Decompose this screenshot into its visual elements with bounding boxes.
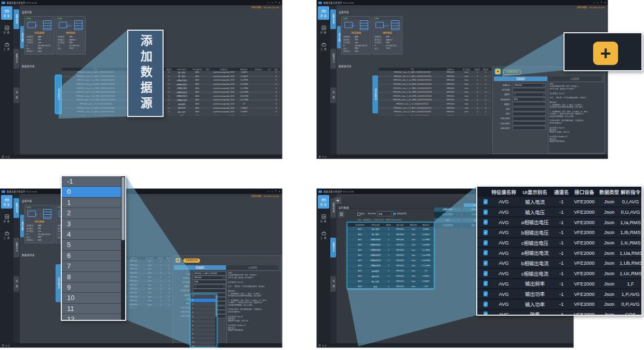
table-row[interactable]: ✓ AVG 输入电流 -1 VFE2000 Json 0,I,AVG [477,197,641,208]
column-header[interactable]: 设备Key [124,257,143,260]
column-header[interactable]: 通道名 [165,68,173,71]
sidebar-item-tools[interactable]: 工 具 [1,40,12,53]
dropdown-item[interactable]: 7 [191,328,217,332]
table-fit-checkbox[interactable] [394,213,396,215]
column-header[interactable]: 协议类型 [143,257,156,260]
sidebar-item-tools[interactable]: 工 具 [318,40,329,53]
add-source-tab[interactable]: 添加数据源 [372,75,378,113]
table-row[interactable]: VFE2000_Json_1_P_AVG_20240312092246 VFE2… [62,106,280,110]
column-header[interactable]: 数据类型 [599,188,620,196]
sidebar-item-analyze[interactable]: 分 析 [318,23,329,36]
column-header[interactable]: 协议类型 [460,68,473,71]
row-checkbox[interactable]: ✓ [484,271,487,276]
quick-add-channel-button[interactable]: 快速通道添加 [183,258,200,263]
delete-row-action[interactable]: X [273,111,280,113]
table-row[interactable]: ✓ AVG b相输出电压 -1 VFE2000 Json 1,Ib,RMS [477,228,641,238]
add-device-tab[interactable]: 添加设备 [337,26,341,48]
dropdown-item[interactable]: 6 [191,324,217,328]
field-input[interactable] [513,102,546,106]
column-header[interactable]: 接口设备 [570,188,599,196]
table-row[interactable]: VFE2000_Json_1_Ua_RMS_20240312091636 VFE… [379,90,491,95]
table-row[interactable]: VFE2000_Json_1_Ub_RMS_20240312091643 VFE… [379,95,491,99]
field-input[interactable] [193,289,226,293]
plus-button-zoom[interactable]: + [593,42,618,65]
field-input[interactable] [513,88,546,92]
scrollbar-thumb[interactable] [122,177,125,240]
field-input[interactable] [513,121,546,125]
field-input[interactable]: VFE2000▾ [513,83,546,87]
vtab-data-display[interactable]: 数据显示 [14,49,19,69]
window-control-button[interactable]: ? [275,190,277,193]
row-checkbox[interactable]: ✓ [484,250,487,255]
table-row[interactable]: ✓ AVG 输入功率 -1 VFE2000 Json 0,P,AVG [477,300,641,310]
row-checkbox[interactable]: ✓ [484,291,487,296]
tab-formula-help[interactable]: 公式说明 [226,265,278,270]
column-header[interactable]: Key [384,68,441,70]
field-input[interactable]: WP5000_-1_AVG_2024043 [193,271,226,276]
field-input[interactable] [513,116,546,121]
dropdown-item[interactable]: 1 [191,303,217,307]
table-row[interactable]: VFE2000_Json_1_P_AVG_20240312092246 VFE2… [379,106,491,110]
table-row[interactable]: AVG 输入电流 -1 VFE2000 Json 0,I,AVG [347,227,434,232]
log-label[interactable]: 日 志 [5,155,10,158]
table-row[interactable]: AVG 输出功率 -1 VFE2000 Json 1,P,AVG [347,274,434,279]
column-header[interactable]: 单位 [204,68,211,71]
dropdown-item[interactable]: 5 [62,240,125,250]
table-row[interactable]: VFE2000_Json_0_I_AVG_20240312091457 VFE2… [62,71,280,75]
delete-row-action[interactable]: X [273,95,280,97]
column-header[interactable]: UI显示别名 [517,188,553,196]
device-card-vfe2000[interactable]: 已启用× UDP VFE2000 连接类型：通用通讯接口：Udp协议类型：Jso… [24,16,55,55]
close-icon[interactable]: × [52,206,53,208]
vtab-settings[interactable]: 设 置 [14,276,19,292]
field-input[interactable]: AVG▾ [513,97,546,101]
table-row[interactable]: AVG 效率 -1 VFE2000 Json COS [347,284,434,289]
log-label[interactable]: 日 志 [5,344,10,347]
table-row[interactable]: VFE2000_Json_0_I_AVG_20240312091457 VFE2… [379,71,491,75]
window-control-button[interactable]: ? [275,2,277,4]
tab-general-properties[interactable]: 常规属性 [494,76,547,81]
dropdown-item[interactable]: 12 [62,314,125,321]
dropdown-item[interactable]: 3 [62,219,125,229]
display-style-select[interactable]: 表格▾ [377,211,394,216]
table-row[interactable]: VFE2000_Json_1_Ic_RMS_20240312091629 VFE… [379,86,491,90]
sidebar-item-analyze[interactable]: 分 析 [1,212,12,225]
column-header[interactable]: 操作 [273,68,280,71]
delete-row-action[interactable]: X [273,103,280,105]
dropdown-item[interactable]: 11 [191,345,217,347]
add-channel-button[interactable]: + [176,258,180,263]
table-row[interactable]: VFE2000_Json_0_U_AVG_20240312091526 VFE2… [379,75,491,79]
dropdown-item[interactable]: 7 [62,261,125,271]
row-checkbox[interactable]: ✓ [484,281,487,286]
vtab-settings[interactable]: 设 置 [330,276,336,292]
field-input[interactable] [513,107,546,111]
column-header[interactable]: UI显示别名 [490,68,491,71]
field-input[interactable] [513,112,546,116]
column-header[interactable]: 通道名 [165,257,171,260]
column-header[interactable]: 解析指令 [620,188,641,196]
dropdown-item[interactable]: 2 [62,208,125,218]
dropdown-item[interactable]: 0 [191,299,217,303]
delete-row-action[interactable]: X [273,71,280,73]
table-row[interactable]: ✓ AVG 输出功率 -1 VFE2000 Json 1,P,AVG [477,289,641,300]
delete-row-action[interactable]: X [273,75,280,77]
column-header[interactable]: Key [67,68,124,70]
table-row[interactable]: AVG 输入功率 -1 VFE2000 Json 0,P,AVG [347,279,434,284]
delete-row-action[interactable]: X [273,99,280,101]
close-icon[interactable]: × [83,17,84,19]
device-card-vfe2000[interactable]: 已启用× UDP VFE2000 连接类型：通用通讯接口：Udp协议类型：Jso… [341,16,371,55]
table-row[interactable]: AVG a相输出电压 -1 VFE2000 Json 1,Ia,RMS [347,237,434,242]
quick-add-channel-button[interactable]: 快速通道添加 [503,70,521,75]
column-header[interactable]: 设备Key [441,68,460,71]
window-control-button[interactable]: ✕ [278,190,280,193]
device-card-wp5000[interactable]: 已启用× 程控TCP WP5000 连接类型：专用通讯接口：专用TCP协议类型：… [372,16,403,55]
select-all-checkbox[interactable] [357,213,360,216]
table-row[interactable]: VFE2000_Json_COS_20240312111253 VFE2000 … [62,114,280,115]
column-header[interactable]: 通道名 [481,68,490,71]
table-row[interactable]: VFE2000_Json_COS_20240312111253 VFE2000 … [379,114,491,115]
column-header[interactable]: 通道号 [156,257,165,260]
vtab-settings[interactable]: 设 置 [330,87,336,103]
field-input[interactable] [513,126,546,130]
table-row[interactable]: VFE2000_Json_0_U_AVG_20240312091526 VFE2… [62,75,280,79]
sidebar-item-tools[interactable]: 工 具 [318,228,329,242]
vtab-data-display[interactable]: 数据显示 [330,49,336,69]
